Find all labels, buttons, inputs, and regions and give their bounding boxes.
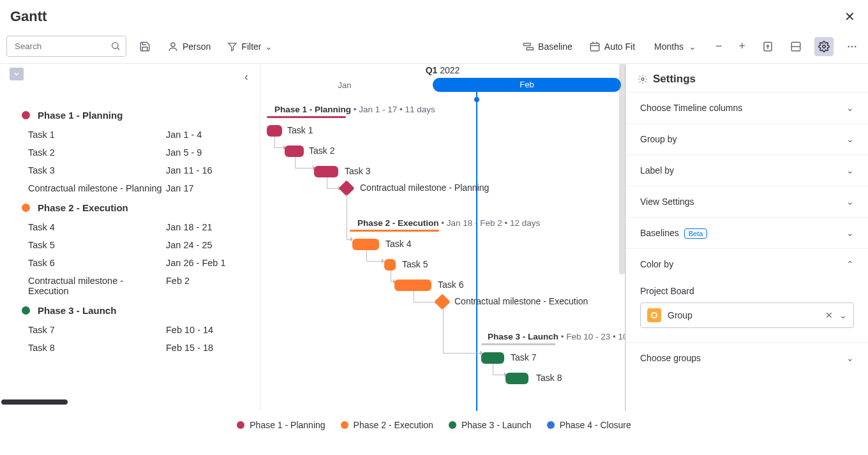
task-name: Contractual milestone - Execution xyxy=(28,276,166,296)
colorby-select[interactable]: Group ✕ ⌄ xyxy=(640,302,854,328)
task-row[interactable]: Task 2Jan 5 - 9 xyxy=(0,144,260,161)
gantt-bar-label: Task 7 xyxy=(511,352,536,362)
chevron-down-icon: ⌄ xyxy=(846,228,854,238)
task-dates: Feb 15 - 18 xyxy=(166,343,213,353)
gantt-bar-label: Task 8 xyxy=(536,373,562,383)
gantt-bar-label: Task 1 xyxy=(287,125,313,135)
timeline-area[interactable]: Q1 2022 Jan Feb Phase 1 - Planning • Jan… xyxy=(260,64,625,411)
task-name: Task 6 xyxy=(28,258,166,268)
chevron-down-icon: ⌄ xyxy=(689,41,696,52)
task-dates: Jan 26 - Feb 1 xyxy=(166,258,226,268)
project-board-label: Project Board xyxy=(640,286,854,296)
phase-label: Phase 3 - Launch • Feb 10 - 23 • 10 xyxy=(488,332,625,341)
task-dates: Feb 10 - 14 xyxy=(166,325,213,335)
page-title: Gantt xyxy=(10,8,47,25)
task-row[interactable]: Contractual milestone - ExecutionFeb 2 xyxy=(0,272,260,300)
gantt-bar-label: Contractual milestone - Execution xyxy=(454,296,588,306)
dependency-arrow xyxy=(414,291,437,302)
close-button[interactable]: ✕ xyxy=(842,6,858,27)
horizontal-scrollbar[interactable] xyxy=(1,399,68,405)
settings-row-labelby[interactable]: Label by⌄ xyxy=(626,154,868,186)
autofit-button[interactable]: Auto Fit xyxy=(585,38,639,55)
svg-rect-4 xyxy=(524,43,531,45)
gantt-bar[interactable] xyxy=(285,145,304,157)
task-dates: Jan 17 xyxy=(166,183,194,193)
settings-row-groupby[interactable]: Group by⌄ xyxy=(626,123,868,154)
task-name: Task 2 xyxy=(28,147,166,158)
svg-point-18 xyxy=(641,78,644,80)
dependency-arrow xyxy=(366,250,383,262)
gantt-bar[interactable] xyxy=(352,239,379,250)
gantt-bar[interactable] xyxy=(267,125,282,137)
search-input[interactable] xyxy=(7,36,126,56)
gantt-bar[interactable] xyxy=(384,259,396,271)
task-row[interactable]: Task 7Feb 10 - 14 xyxy=(0,321,260,339)
gantt-bar[interactable] xyxy=(394,280,431,291)
task-dates: Jan 18 - 21 xyxy=(166,222,213,232)
group-header[interactable]: Phase 3 - Launch xyxy=(0,300,260,321)
task-row[interactable]: Task 6Jan 26 - Feb 1 xyxy=(0,254,260,272)
chevron-down-icon[interactable]: ⌄ xyxy=(839,310,847,320)
export-icon[interactable] xyxy=(758,37,777,56)
filter-button[interactable]: Filter ⌄ xyxy=(223,39,276,54)
clear-icon[interactable]: ✕ xyxy=(825,310,833,320)
settings-row-choosegroups[interactable]: Choose groups⌄ xyxy=(626,342,868,373)
chevron-down-icon: ⌄ xyxy=(846,165,854,175)
task-dates: Jan 5 - 9 xyxy=(166,147,202,158)
legend-dot xyxy=(547,421,555,429)
settings-row-colorby[interactable]: Color by⌃ xyxy=(626,248,868,280)
gear-icon xyxy=(638,74,648,84)
legend-label: Phase 1 - Planning xyxy=(250,420,325,430)
legend-label: Phase 2 - Execution xyxy=(354,420,433,430)
task-row[interactable]: Contractual milestone - PlanningJan 17 xyxy=(0,179,260,197)
group-color-dot xyxy=(22,306,30,315)
zoom-out-button[interactable]: − xyxy=(712,38,726,54)
zoom-in-button[interactable]: + xyxy=(735,38,749,54)
group-header[interactable]: Phase 2 - Execution xyxy=(0,197,260,218)
group-header[interactable]: Phase 1 - Planning xyxy=(0,105,260,126)
gantt-bar[interactable] xyxy=(314,166,338,177)
legend-item: Phase 3 - Launch xyxy=(449,420,532,430)
legend: Phase 1 - PlanningPhase 2 - ExecutionPha… xyxy=(0,411,868,439)
settings-panel: Settings Choose Timeline columns⌄ Group … xyxy=(625,64,868,411)
task-row[interactable]: Task 3Jan 11 - 16 xyxy=(0,161,260,179)
group-name: Phase 2 - Execution xyxy=(38,202,128,213)
gantt-bar[interactable] xyxy=(481,352,504,364)
legend-item: Phase 2 - Execution xyxy=(341,420,433,430)
legend-dot xyxy=(237,421,244,429)
zoom-dropdown[interactable]: Months ⌄ xyxy=(648,38,703,56)
month-jan[interactable]: Jan xyxy=(260,80,429,90)
task-row[interactable]: Task 5Jan 24 - 25 xyxy=(0,236,260,254)
month-feb[interactable]: Feb xyxy=(433,78,621,92)
task-row[interactable]: Task 8Feb 15 - 18 xyxy=(0,339,260,357)
task-dates: Feb 2 xyxy=(166,276,190,296)
gantt-bar[interactable] xyxy=(505,373,528,384)
task-name: Task 7 xyxy=(28,325,166,335)
group-color-dot xyxy=(22,111,30,119)
task-row[interactable]: Task 1Jan 1 - 4 xyxy=(0,126,260,144)
collapse-strip[interactable] xyxy=(10,68,24,80)
task-name: Task 3 xyxy=(28,165,166,175)
legend-label: Phase 3 - Launch xyxy=(461,420,532,430)
search-icon[interactable] xyxy=(110,41,121,51)
settings-row-baselines[interactable]: BaselinesBeta⌄ xyxy=(626,217,868,248)
svg-point-17 xyxy=(855,45,857,47)
dependency-arrow xyxy=(493,364,505,375)
collapse-sidebar-button[interactable]: ‹ xyxy=(242,68,251,86)
settings-row-view[interactable]: View Settings⌄ xyxy=(626,186,868,217)
split-icon[interactable] xyxy=(786,37,805,56)
save-icon[interactable] xyxy=(135,37,154,56)
person-icon xyxy=(167,41,179,52)
gantt-bar-label: Task 3 xyxy=(345,166,370,176)
settings-row-columns[interactable]: Choose Timeline columns⌄ xyxy=(626,92,868,123)
baseline-button[interactable]: Baseline xyxy=(519,39,576,54)
task-row[interactable]: Task 4Jan 18 - 21 xyxy=(0,218,260,236)
group-name: Phase 1 - Planning xyxy=(38,110,123,121)
baseline-icon xyxy=(523,42,534,51)
settings-icon[interactable] xyxy=(814,37,834,56)
task-dates: Jan 1 - 4 xyxy=(166,130,202,140)
person-filter[interactable]: Person xyxy=(163,38,214,55)
more-icon[interactable] xyxy=(842,37,862,56)
chevron-down-icon: ⌄ xyxy=(846,197,854,207)
chevron-down-icon: ⌄ xyxy=(846,134,854,144)
